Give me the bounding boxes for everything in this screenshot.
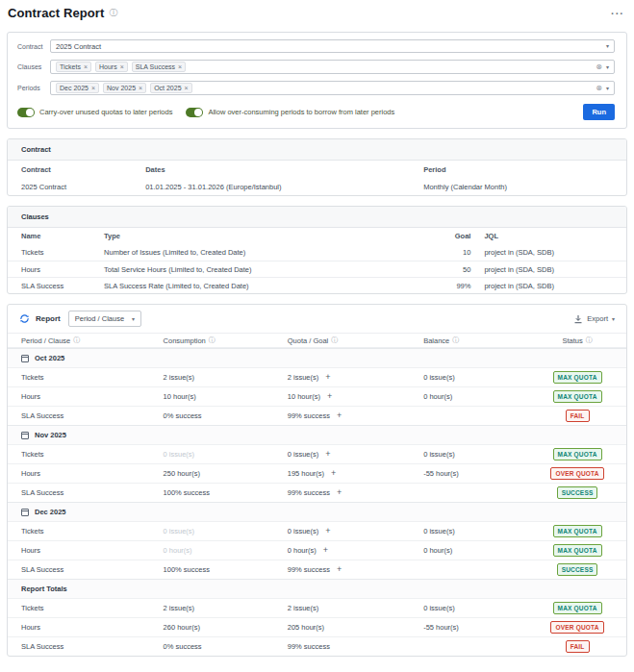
cell-consumption: 260 hour(s) (164, 623, 288, 632)
cell-consumption: 100% success (164, 565, 288, 574)
contract-select[interactable]: 2025 Contract ▾ (50, 39, 615, 53)
add-quota-icon[interactable]: + (337, 487, 342, 497)
chevron-down-icon[interactable]: ▾ (606, 43, 609, 49)
more-menu-icon[interactable]: ··· (611, 8, 624, 19)
cell-consumption: 2 issue(s) (164, 604, 288, 612)
info-icon[interactable]: ⓘ (73, 336, 80, 345)
quota-value: 0 issue(s) (288, 450, 319, 459)
cell-status: MAX QUOTA (542, 371, 613, 384)
clauses-multiselect[interactable]: Tickets×Hours×SLA Success× ⊗ ▾ (50, 60, 615, 74)
status-badge: OVER QUOTA (550, 621, 603, 634)
add-quota-icon[interactable]: + (323, 545, 328, 555)
remove-tag-icon[interactable]: × (178, 63, 182, 70)
borrow-toggle[interactable] (186, 108, 203, 117)
clear-icon[interactable]: ⊗ (596, 63, 602, 71)
remove-tag-icon[interactable]: × (84, 63, 88, 70)
chevron-down-icon[interactable]: ▾ (606, 86, 609, 91)
clause-chip-label: Tickets (60, 63, 81, 70)
clause-chip: Tickets× (56, 62, 91, 72)
cell-status: OVER QUOTA (542, 467, 613, 480)
cell-status: SUCCESS (542, 486, 613, 499)
report-section-header: Nov 2025 (8, 425, 626, 444)
export-label: Export (587, 314, 608, 323)
column-header: Period / Clauseⓘ (21, 336, 164, 345)
cell-name: Tickets (21, 248, 104, 257)
cell-status: OVER QUOTA (542, 621, 613, 634)
cell-consumption: 250 hour(s) (164, 469, 288, 478)
add-quota-icon[interactable]: + (327, 391, 332, 401)
cell-clause-name: Hours (21, 546, 164, 555)
column-header: Goal (442, 232, 471, 240)
remove-tag-icon[interactable]: × (139, 85, 142, 91)
section-title: Nov 2025 (35, 431, 66, 439)
remove-tag-icon[interactable]: × (185, 85, 189, 91)
section-title: Report Totals (21, 585, 67, 593)
report-panel: Report Period / Clause ▾ Export ▾ Period… (7, 304, 627, 657)
status-badge: MAX QUOTA (553, 544, 602, 557)
clause-chip: SLA Success× (132, 62, 186, 72)
run-button[interactable]: Run (583, 104, 615, 120)
title-info-icon[interactable]: ⓘ (109, 9, 117, 17)
column-header-label: Quota / Goal (288, 336, 329, 345)
status-badge: SUCCESS (557, 563, 598, 576)
toggle-knob (26, 109, 34, 116)
chevron-down-icon[interactable]: ▾ (606, 64, 609, 70)
period-chip-label: Dec 2025 (60, 85, 89, 91)
column-header: Consumptionⓘ (164, 336, 288, 345)
add-quota-icon[interactable]: + (337, 411, 342, 420)
cell-status: FAIL (542, 410, 613, 422)
carry-over-toggle-label: Carry-over unused quotas to later period… (39, 108, 172, 116)
quota-value: 2 issue(s) (288, 373, 319, 382)
info-icon[interactable]: ⓘ (586, 336, 593, 345)
add-quota-icon[interactable]: + (325, 526, 330, 535)
cell-clause-name: Tickets (21, 373, 164, 382)
cell-balance: 0 hour(s) (423, 546, 542, 555)
cell-consumption: 100% success (164, 488, 288, 497)
add-quota-icon[interactable]: + (331, 468, 336, 478)
section-title: Oct 2025 (35, 354, 64, 362)
report-row: Tickets0 issue(s)0 issue(s)+0 issue(s)MA… (8, 444, 626, 463)
column-header: Name (21, 232, 104, 240)
cell-clause-name: Hours (21, 392, 164, 401)
cell-status: MAX QUOTA (542, 448, 613, 460)
info-icon[interactable]: ⓘ (452, 336, 459, 345)
cell-balance: -55 hour(s) (423, 623, 542, 632)
cell-clause-name: Tickets (21, 604, 164, 612)
remove-tag-icon[interactable]: × (91, 85, 95, 91)
page-title: Contract Report (8, 6, 104, 20)
info-icon[interactable]: ⓘ (209, 336, 216, 345)
periods-filter-row: Periods Dec 2025×Nov 2025×Oct 2025× ⊗ ▾ (13, 81, 615, 95)
report-row: SLA Success0% success99% successFAIL (8, 636, 626, 656)
info-icon[interactable]: ⓘ (331, 336, 338, 345)
contract-table-body: 2025 Contract01.01.2025 - 31.01.2026 (Eu… (8, 178, 626, 195)
remove-tag-icon[interactable]: × (120, 63, 124, 70)
cell-consumption: 0% success (164, 411, 288, 420)
column-header-label: Balance (423, 336, 449, 345)
status-badge: MAX QUOTA (553, 448, 602, 460)
clauses-chip-list: Tickets×Hours×SLA Success× (56, 62, 592, 72)
add-quota-icon[interactable]: + (325, 449, 330, 459)
refresh-icon[interactable] (19, 313, 30, 324)
periods-multiselect[interactable]: Dec 2025×Nov 2025×Oct 2025× ⊗ ▾ (50, 81, 615, 95)
status-badge: OVER QUOTA (550, 467, 603, 480)
status-badge: MAX QUOTA (553, 602, 602, 614)
cell-quota: 0 issue(s)+ (288, 527, 423, 535)
status-badge: MAX QUOTA (553, 525, 602, 537)
cell-status: FAIL (542, 640, 613, 653)
carry-over-toggle[interactable] (17, 108, 35, 117)
cell-goal: 10 (442, 248, 471, 257)
cell-balance: 0 issue(s) (423, 604, 542, 612)
add-quota-icon[interactable]: + (325, 372, 330, 382)
report-row: Tickets2 issue(s)2 issue(s)0 issue(s)MAX… (8, 598, 626, 617)
add-quota-icon[interactable]: + (337, 564, 342, 574)
clauses-panel: Clauses NameTypeGoalJQL TicketsNumber of… (7, 206, 627, 294)
chevron-down-icon: ▾ (132, 316, 135, 322)
clear-icon[interactable]: ⊗ (596, 85, 602, 92)
group-by-select[interactable]: Period / Clause ▾ (68, 311, 141, 327)
cell-balance: 0 hour(s) (423, 392, 542, 401)
cell-clause-name: Tickets (21, 450, 164, 459)
export-button[interactable]: Export ▾ (573, 314, 615, 324)
calendar-icon (21, 432, 29, 439)
quota-value: 99% success (288, 565, 330, 574)
cell-balance: 0 issue(s) (423, 527, 542, 535)
